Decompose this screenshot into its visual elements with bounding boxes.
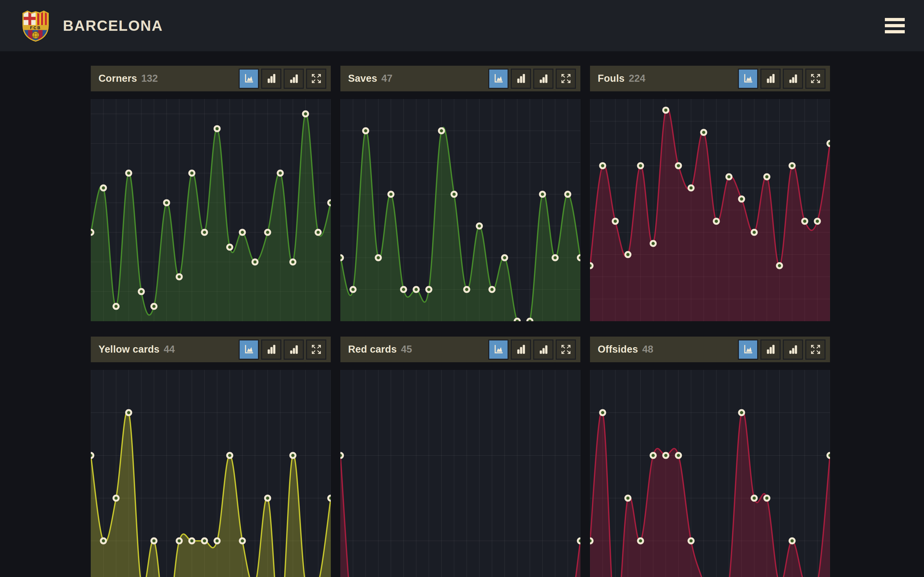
panel-fouls: Fouls224 — [590, 66, 830, 321]
fc-barcelona-logo[interactable]: FCB — [20, 8, 51, 43]
area-chart-button[interactable] — [240, 340, 258, 359]
area-chart-icon — [244, 344, 254, 355]
red-cards-chart[interactable] — [341, 370, 580, 577]
bar-chart-button[interactable] — [512, 340, 530, 359]
panel-header-yellow-cards: Yellow cards44 — [91, 337, 331, 362]
expand-button[interactable] — [557, 69, 575, 88]
panel-title: Yellow cards — [99, 343, 160, 355]
column-chart-button[interactable] — [284, 69, 303, 88]
panel-total-value: 45 — [401, 343, 412, 355]
expand-button[interactable] — [806, 340, 825, 359]
column-chart-icon — [538, 344, 549, 355]
bar-chart-icon — [515, 344, 527, 355]
area-chart-button[interactable] — [489, 69, 507, 88]
column-chart-icon — [288, 344, 299, 355]
column-chart-button[interactable] — [284, 340, 303, 359]
bar-chart-button[interactable] — [761, 69, 780, 88]
expand-icon — [310, 343, 322, 355]
menu-bar — [885, 18, 905, 21]
expand-icon — [810, 343, 821, 355]
app-title: BARCELONA — [63, 17, 163, 34]
panel-header-offsides: Offsides48 — [590, 337, 830, 362]
panel-title: Saves — [348, 73, 377, 84]
panel-corners: Corners132 — [91, 66, 331, 321]
offsides-chart[interactable] — [590, 370, 830, 577]
panel-title: Offsides — [598, 343, 638, 355]
expand-button[interactable] — [806, 69, 825, 88]
panel-total-value: 224 — [629, 73, 646, 84]
area-chart-icon — [493, 73, 504, 84]
bar-chart-button[interactable] — [262, 69, 280, 88]
panel-total-value: 47 — [381, 73, 393, 84]
area-chart-button[interactable] — [739, 69, 757, 88]
panel-total-value: 44 — [164, 343, 174, 355]
menu-bar — [885, 24, 905, 27]
panel-yellow-cards: Yellow cards44 — [91, 337, 331, 577]
hamburger-menu-icon[interactable] — [885, 18, 905, 33]
bar-chart-icon — [765, 344, 776, 355]
column-chart-icon — [288, 73, 299, 84]
panel-header-saves: Saves47 — [341, 66, 580, 91]
panel-red-cards: Red cards45 — [341, 337, 580, 577]
area-chart-icon — [743, 344, 754, 355]
column-chart-icon — [538, 73, 549, 84]
bar-chart-icon — [266, 344, 277, 355]
panel-saves: Saves47 — [341, 66, 580, 321]
panel-total-value: 132 — [141, 73, 158, 84]
expand-button[interactable] — [557, 340, 575, 359]
area-chart-button[interactable] — [489, 340, 507, 359]
bar-chart-icon — [266, 73, 277, 84]
expand-icon — [560, 343, 572, 355]
expand-button[interactable] — [307, 69, 325, 88]
column-chart-button[interactable] — [534, 69, 552, 88]
panel-total-value: 48 — [642, 343, 653, 355]
column-chart-icon — [788, 344, 798, 355]
column-chart-button[interactable] — [784, 340, 802, 359]
panel-header-red-cards: Red cards45 — [341, 337, 580, 362]
area-chart-button[interactable] — [240, 69, 258, 88]
panel-offsides: Offsides48 — [590, 337, 830, 577]
expand-button[interactable] — [307, 340, 325, 359]
area-chart-icon — [493, 344, 504, 355]
expand-icon — [810, 73, 821, 84]
bar-chart-button[interactable] — [262, 340, 280, 359]
top-bar: FCB BARCELONA — [0, 0, 924, 51]
bar-chart-button[interactable] — [512, 69, 530, 88]
column-chart-button[interactable] — [784, 69, 802, 88]
saves-chart[interactable] — [341, 99, 580, 321]
expand-icon — [310, 73, 322, 84]
bar-chart-icon — [515, 73, 527, 84]
column-chart-icon — [788, 73, 798, 84]
area-chart-button[interactable] — [739, 340, 757, 359]
menu-bar — [885, 30, 905, 33]
bar-chart-button[interactable] — [761, 340, 780, 359]
corners-chart[interactable] — [91, 99, 331, 321]
svg-text:FCB: FCB — [30, 25, 41, 30]
expand-icon — [560, 73, 572, 84]
yellow-cards-chart[interactable] — [91, 370, 331, 577]
panel-header-corners: Corners132 — [91, 66, 331, 91]
column-chart-button[interactable] — [534, 340, 552, 359]
dashboard-grid: Corners132Saves47Fouls224Yellow cards44R… — [91, 66, 830, 577]
panel-title: Corners — [99, 73, 137, 84]
bar-chart-icon — [765, 73, 776, 84]
area-chart-icon — [244, 73, 254, 84]
panel-header-fouls: Fouls224 — [590, 66, 830, 91]
fouls-chart[interactable] — [590, 99, 830, 321]
panel-title: Fouls — [598, 73, 625, 84]
panel-title: Red cards — [348, 343, 397, 355]
area-chart-icon — [743, 73, 754, 84]
